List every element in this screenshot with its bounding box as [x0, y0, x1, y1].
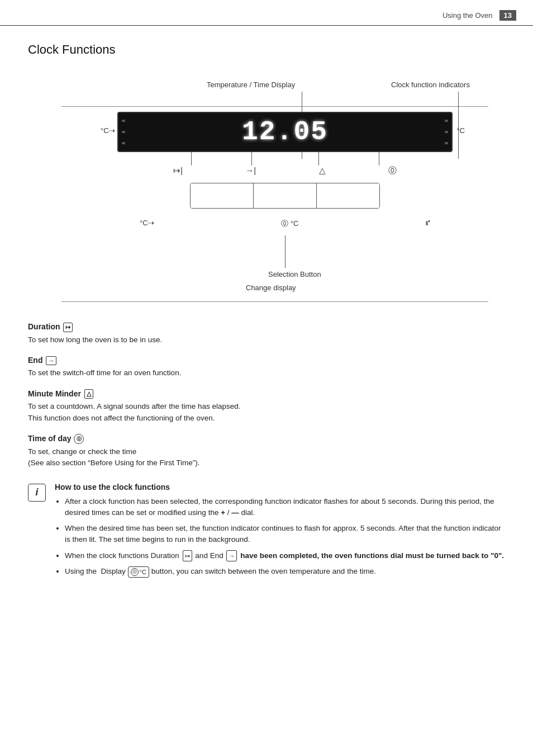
top-rule-line — [61, 106, 488, 107]
button-panel — [190, 183, 380, 209]
btn-return[interactable] — [317, 183, 379, 208]
temp-right: °C — [456, 126, 465, 135]
section-title: Clock Functions — [28, 42, 505, 57]
end-indicator: →| — [245, 166, 256, 176]
display-button-icon: ⓪°C — [128, 566, 149, 578]
header-title: Using the Oven — [442, 11, 493, 20]
time-of-day-desc: Time of day ⓪ To set, change or check th… — [28, 434, 505, 469]
temp-display-label: Temperature / Time Display — [207, 81, 295, 89]
indicator-symbols: ↦| →| △ ⓪ — [117, 166, 453, 176]
end-title: End → — [28, 356, 505, 365]
duration-title: Duration ↦ — [28, 322, 505, 332]
minder-indicator: △ — [319, 166, 326, 176]
end-inline-icon: → — [226, 550, 237, 562]
duration-desc: Duration ↦ To set how long the oven is t… — [28, 322, 505, 346]
bottom-rule-line — [61, 301, 488, 302]
minute-minder-text: To set a countdown. A signal sounds afte… — [28, 401, 505, 424]
clock-indicators-label: Clock function indicators — [391, 81, 470, 89]
diagram: Temperature / Time Display Clock functio… — [28, 74, 505, 309]
minute-minder-title: Minute Minder △ — [28, 389, 505, 399]
info-bullet-2: When the desired time has been set, the … — [65, 523, 505, 546]
main-content: Clock Functions Temperature / Time Displ… — [0, 26, 533, 599]
end-icon: → — [46, 356, 56, 365]
info-section: i How to use the clock functions After a… — [28, 483, 505, 582]
tick-lines — [117, 152, 453, 166]
temp-arrow-left: °C⇢ — [101, 126, 115, 135]
duration-icon: ↦ — [63, 323, 73, 332]
selection-vline — [285, 235, 285, 268]
btn-label-return: ⑈ — [426, 219, 430, 229]
info-bullets: After a clock function has been selected… — [55, 496, 505, 578]
info-bullet-3: When the clock functions Duration ↦ and … — [65, 550, 505, 562]
duration-indicator: ↦| — [173, 166, 183, 176]
duration-label: Duration — [28, 322, 62, 331]
change-display-label: Change display — [246, 284, 296, 292]
page-number: 13 — [499, 10, 516, 21]
btn-label-temp: °C⇢ — [140, 219, 154, 229]
time-of-day-label: Time of day — [28, 434, 73, 443]
timeofday-indicator: ⓪ — [388, 166, 397, 176]
end-text: To set the switch-off time for an oven f… — [28, 367, 505, 379]
time-of-day-title: Time of day ⓪ — [28, 434, 505, 444]
end-desc: End → To set the switch-off time for an … — [28, 356, 505, 379]
minute-minder-desc: Minute Minder △ To set a countdown. A si… — [28, 389, 505, 424]
oven-screen: 12.05 — [117, 112, 453, 152]
right-segments — [441, 117, 451, 147]
button-labels: °C⇢ ⓪ °C ⑈ — [117, 215, 453, 229]
btn-label-display: ⓪ °C — [281, 219, 298, 229]
end-label: End — [28, 356, 45, 365]
btn-temp-arrow[interactable] — [191, 183, 254, 208]
time-of-day-text: To set, change or check the time (See al… — [28, 446, 505, 469]
time-of-day-icon: ⓪ — [74, 434, 84, 444]
info-bullet-1: After a clock function has been selected… — [65, 496, 505, 519]
info-bullet-4: Using the Display ⓪°C button, you can sw… — [65, 566, 505, 578]
btn-display[interactable] — [254, 183, 317, 208]
duration-text: To set how long the oven is to be in use… — [28, 334, 505, 346]
descriptions: Duration ↦ To set how long the oven is t… — [28, 322, 505, 469]
duration-inline-icon: ↦ — [183, 550, 192, 562]
minute-minder-label: Minute Minder — [28, 389, 83, 398]
info-content: How to use the clock functions After a c… — [55, 483, 505, 582]
oven-panel: °C⇢ °C 12.05 — [117, 112, 453, 229]
digital-time-display: 12.05 — [129, 117, 441, 147]
minute-minder-icon: △ — [84, 389, 93, 399]
page-header: Using the Oven 13 — [0, 0, 533, 26]
clock-label-vline — [458, 92, 459, 159]
info-icon: i — [28, 484, 46, 502]
info-title: How to use the clock functions — [55, 483, 505, 492]
left-segments — [118, 117, 129, 147]
selection-button-label: Selection Button — [268, 270, 321, 278]
